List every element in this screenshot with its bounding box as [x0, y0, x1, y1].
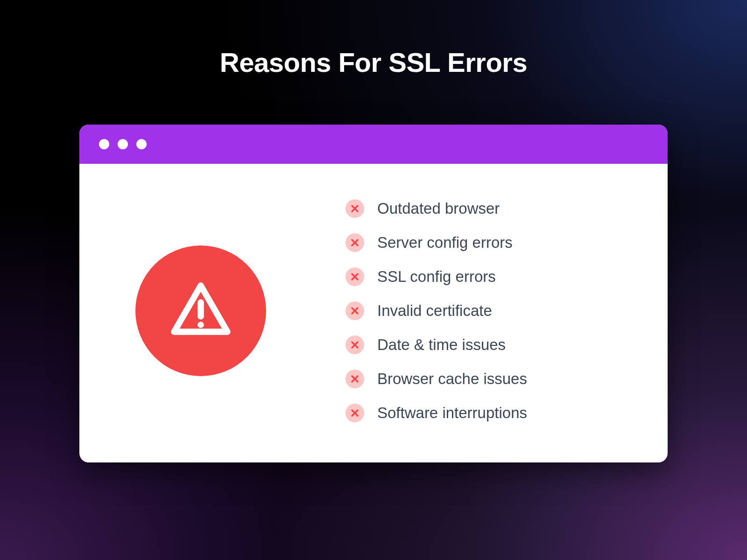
- reason-label: SSL config errors: [377, 268, 496, 286]
- list-item: SSL config errors: [345, 267, 630, 286]
- reasons-list: Outdated browser Server config errors SS…: [345, 199, 630, 422]
- list-item: Outdated browser: [345, 199, 630, 218]
- x-icon: [345, 199, 364, 218]
- x-icon: [345, 370, 364, 388]
- warning-triangle-icon: [166, 276, 236, 346]
- reason-label: Outdated browser: [377, 200, 500, 217]
- browser-content: Outdated browser Server config errors SS…: [79, 164, 668, 462]
- reason-label: Server config errors: [377, 234, 513, 252]
- svg-point-1: [197, 322, 204, 328]
- reason-label: Date & time issues: [377, 336, 506, 354]
- x-icon: [345, 267, 364, 286]
- window-control-dot: [118, 139, 128, 149]
- x-icon: [345, 301, 364, 320]
- window-control-dot: [99, 139, 109, 149]
- reason-label: Software interruptions: [377, 404, 527, 422]
- list-item: Browser cache issues: [345, 370, 630, 388]
- x-icon: [345, 404, 364, 422]
- list-item: Server config errors: [345, 233, 630, 252]
- x-icon: [345, 233, 364, 252]
- reason-label: Invalid certificate: [377, 302, 492, 320]
- window-control-dot: [136, 139, 147, 149]
- page-title: Reasons For SSL Errors: [220, 47, 527, 78]
- list-item: Date & time issues: [345, 336, 630, 354]
- warning-badge: [135, 245, 266, 376]
- browser-titlebar: [79, 125, 668, 164]
- x-icon: [345, 336, 364, 354]
- browser-window: Outdated browser Server config errors SS…: [79, 125, 668, 462]
- list-item: Software interruptions: [345, 404, 630, 422]
- list-item: Invalid certificate: [345, 301, 630, 320]
- reason-label: Browser cache issues: [377, 370, 527, 388]
- warning-container: [135, 245, 266, 376]
